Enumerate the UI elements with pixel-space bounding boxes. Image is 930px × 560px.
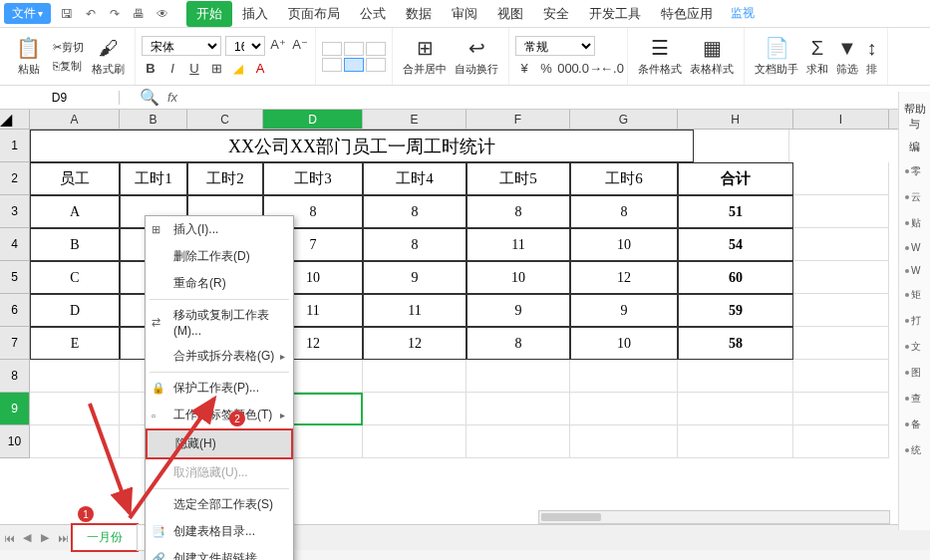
qat-redo-icon[interactable]: ↷ bbox=[105, 4, 125, 24]
cell-I3[interactable] bbox=[793, 195, 889, 228]
tab-dev[interactable]: 开发工具 bbox=[579, 1, 651, 27]
menu-merge-split[interactable]: 合并或拆分表格(G) bbox=[146, 343, 293, 370]
panel-item[interactable]: 备 bbox=[899, 412, 930, 437]
cell-G9[interactable] bbox=[570, 393, 678, 425]
number-format-select[interactable]: 常规 bbox=[515, 36, 595, 56]
cell-A5[interactable]: C bbox=[30, 261, 120, 294]
cell-G2[interactable]: 工时6 bbox=[570, 162, 678, 195]
cell-A7[interactable]: E bbox=[30, 327, 120, 360]
col-header-C[interactable]: C bbox=[187, 110, 263, 129]
align-top-right[interactable] bbox=[366, 42, 386, 56]
tab-formula[interactable]: 公式 bbox=[350, 1, 396, 27]
row-header-2[interactable]: 2 bbox=[0, 162, 30, 195]
cell-F6[interactable]: 9 bbox=[466, 294, 570, 327]
cell-G6[interactable]: 9 bbox=[570, 294, 678, 327]
cell-H7[interactable]: 58 bbox=[678, 327, 793, 360]
cut-button[interactable]: ✂ 剪切 bbox=[49, 38, 88, 57]
panel-item[interactable]: 零 bbox=[899, 158, 930, 184]
tab-nav-next[interactable]: ▶ bbox=[36, 531, 54, 544]
cell-H4[interactable]: 54 bbox=[678, 228, 793, 261]
cell-E3[interactable]: 8 bbox=[363, 195, 466, 228]
cell-H10[interactable] bbox=[678, 425, 793, 458]
qat-save-icon[interactable]: 🖫 bbox=[57, 4, 77, 24]
row-header-9[interactable]: 9 bbox=[0, 393, 30, 425]
decrease-font-icon[interactable]: A⁻ bbox=[291, 36, 309, 54]
cell-A3[interactable]: A bbox=[30, 195, 120, 228]
filter-button[interactable]: ▼筛选 bbox=[832, 35, 862, 79]
italic-icon[interactable]: I bbox=[163, 60, 181, 78]
panel-item[interactable]: 图 bbox=[899, 360, 930, 386]
cell-E6[interactable]: 11 bbox=[363, 294, 466, 327]
row-header-3[interactable]: 3 bbox=[0, 195, 30, 228]
increase-font-icon[interactable]: A⁺ bbox=[269, 36, 287, 54]
cell-I4[interactable] bbox=[793, 228, 889, 261]
col-header-I[interactable]: I bbox=[793, 110, 889, 129]
currency-icon[interactable]: ¥ bbox=[515, 60, 533, 78]
cell-F10[interactable] bbox=[466, 425, 570, 458]
cell-A9[interactable] bbox=[30, 393, 120, 425]
row-header-4[interactable]: 4 bbox=[0, 228, 30, 261]
cell-E4[interactable]: 8 bbox=[363, 228, 466, 261]
row-header-5[interactable]: 5 bbox=[0, 261, 30, 294]
horizontal-scrollbar[interactable] bbox=[538, 510, 890, 524]
cell-H8[interactable] bbox=[678, 360, 793, 393]
file-button[interactable]: 文件 bbox=[4, 3, 51, 24]
align-mid-left[interactable] bbox=[322, 58, 342, 72]
cell-F5[interactable]: 10 bbox=[466, 261, 570, 294]
sum-button[interactable]: Σ求和 bbox=[802, 35, 832, 79]
tab-layout[interactable]: 页面布局 bbox=[278, 1, 350, 27]
inc-decimal-icon[interactable]: .0→ bbox=[581, 60, 599, 78]
cell-F9[interactable] bbox=[466, 393, 570, 425]
menu-insert[interactable]: ⊞插入(I)... bbox=[146, 216, 293, 243]
cell-A2[interactable]: 员工 bbox=[30, 162, 120, 195]
menu-rename[interactable]: 重命名(R) bbox=[146, 270, 293, 297]
tab-insert[interactable]: 插入 bbox=[232, 1, 278, 27]
cell-reference[interactable]: D9 bbox=[0, 91, 120, 105]
cell-I6[interactable] bbox=[793, 294, 889, 327]
font-name-select[interactable]: 宋体 bbox=[142, 36, 221, 56]
panel-item[interactable]: 查 bbox=[899, 386, 930, 412]
merge-button[interactable]: ⊞合并居中 bbox=[399, 34, 451, 79]
col-header-F[interactable]: F bbox=[466, 110, 570, 129]
cell-A4[interactable]: B bbox=[30, 228, 120, 261]
fill-color-icon[interactable]: ◢ bbox=[229, 60, 247, 78]
cell-E8[interactable] bbox=[363, 360, 466, 393]
cell-I9[interactable] bbox=[793, 393, 889, 425]
qat-undo-icon[interactable]: ↶ bbox=[81, 4, 101, 24]
panel-item[interactable]: 文 bbox=[899, 334, 930, 360]
tab-special[interactable]: 特色应用 bbox=[651, 1, 723, 27]
menu-select-all[interactable]: 选定全部工作表(S) bbox=[146, 491, 293, 518]
cell-C2[interactable]: 工时2 bbox=[187, 162, 263, 195]
search-icon[interactable]: 🔍 bbox=[140, 88, 159, 107]
format-brush-button[interactable]: 🖌格式刷 bbox=[88, 35, 129, 79]
cell-E7[interactable]: 12 bbox=[363, 327, 466, 360]
menu-tab-color[interactable]: ▫工作表标签颜色(T) bbox=[146, 402, 293, 428]
menu-create-toc[interactable]: 📑创建表格目录... bbox=[146, 518, 293, 545]
cell-G3[interactable]: 8 bbox=[570, 195, 678, 228]
row-header-8[interactable]: 8 bbox=[0, 360, 30, 393]
row-header-10[interactable]: 10 bbox=[0, 425, 30, 458]
menu-hide[interactable]: 隐藏(H) bbox=[146, 428, 293, 459]
sort-button[interactable]: ↕排 bbox=[862, 35, 881, 79]
col-header-H[interactable]: H bbox=[678, 110, 793, 129]
tab-data[interactable]: 数据 bbox=[396, 1, 442, 27]
qat-print-icon[interactable]: 🖶 bbox=[129, 4, 149, 24]
title-cell[interactable]: XX公司XX部门员工一周工时统计 bbox=[30, 130, 694, 162]
paste-button[interactable]: 📋粘贴 bbox=[12, 34, 45, 79]
fx-icon[interactable]: fx bbox=[167, 90, 177, 105]
cell-A10[interactable] bbox=[30, 425, 120, 458]
align-top-center[interactable] bbox=[344, 42, 364, 56]
underline-icon[interactable]: U bbox=[185, 60, 203, 78]
table-style-button[interactable]: ▦表格样式 bbox=[686, 34, 738, 79]
select-all-corner[interactable]: ◢ bbox=[0, 110, 30, 129]
menu-create-link[interactable]: 🔗创建文件超链接... bbox=[146, 545, 293, 560]
row-header-1[interactable]: 1 bbox=[0, 130, 30, 162]
panel-item[interactable]: 打 bbox=[899, 308, 930, 334]
dec-decimal-icon[interactable]: ←.0 bbox=[603, 60, 621, 78]
cell-G5[interactable]: 12 bbox=[570, 261, 678, 294]
menu-move-copy[interactable]: ⇄移动或复制工作表(M)... bbox=[146, 302, 293, 343]
cell-I10[interactable] bbox=[793, 425, 889, 458]
tab-security[interactable]: 安全 bbox=[533, 1, 579, 27]
col-header-G[interactable]: G bbox=[570, 110, 678, 129]
cell-I2[interactable] bbox=[793, 162, 889, 195]
